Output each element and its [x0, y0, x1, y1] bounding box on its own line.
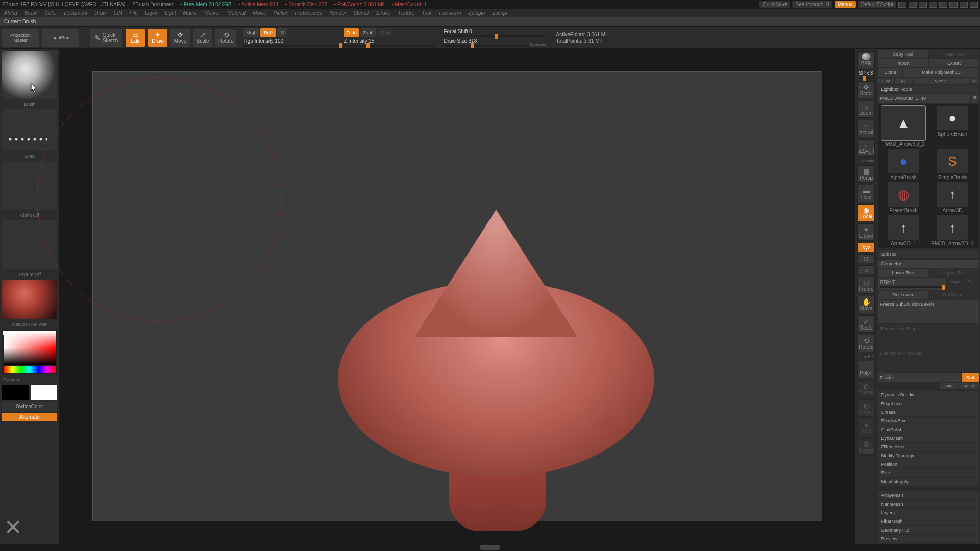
win-btn-2[interactable]	[909, 2, 917, 8]
tool-item-EraserBrush[interactable]: ◍EraserBrush	[880, 182, 927, 213]
color-picker[interactable]	[2, 330, 57, 374]
smt-button[interactable]: Smt	[962, 373, 979, 382]
footer-handle[interactable]	[480, 545, 500, 550]
rgb-button[interactable]: Rgb	[260, 28, 276, 37]
import-button[interactable]: Import	[878, 59, 928, 67]
lower-res-button[interactable]: Lower Res	[878, 269, 928, 277]
geometry-section[interactable]: Geometry	[878, 260, 979, 268]
goz-button[interactable]: GoZ	[878, 78, 894, 84]
draw-button[interactable]: ✦Draw	[148, 29, 167, 47]
minimize-button[interactable]	[949, 2, 958, 8]
dynamic-label[interactable]: Dynamic	[530, 42, 546, 47]
menus-button[interactable]: Menus	[835, 1, 856, 8]
section-preview[interactable]: Preview	[878, 535, 979, 543]
win-btn-1[interactable]	[898, 2, 906, 8]
export-button[interactable]: Export	[929, 59, 979, 67]
viewport[interactable]	[92, 71, 822, 521]
lsym-button[interactable]: ✦L.Sym	[857, 223, 875, 241]
menu-zscript[interactable]: Zscript	[490, 10, 509, 16]
menu-render[interactable]: Render	[328, 10, 349, 16]
menu-stroke[interactable]: Stroke	[374, 10, 393, 16]
zsub-button[interactable]: Zsub	[360, 28, 376, 37]
floor-button[interactable]: ▬Floor	[857, 185, 875, 202]
frame-button[interactable]: ⊡Frame	[857, 277, 875, 294]
divide-button[interactable]: Divide	[878, 373, 961, 382]
persp-button[interactable]: ▦Persp	[857, 165, 875, 183]
see-through-slider[interactable]: See-through 0	[792, 1, 832, 8]
mrgb-button[interactable]: Mrgb	[243, 28, 259, 37]
maximize-button[interactable]	[960, 2, 968, 8]
sdiv-slider[interactable]: SDiv 7	[878, 278, 946, 290]
menu-zplugin[interactable]: Zplugin	[467, 10, 487, 16]
rotate-rail-button[interactable]: ⟲Rotate	[857, 335, 875, 352]
projection-master-button[interactable]: Projection Master	[2, 29, 39, 47]
stroke-preview[interactable]	[2, 109, 57, 151]
m-button[interactable]: M	[277, 28, 287, 37]
section-meshintegrity[interactable]: MeshIntegrity	[878, 478, 979, 486]
tool-r-button[interactable]: R	[971, 94, 979, 103]
cage-button[interactable]: Cage	[947, 278, 963, 290]
menu-material[interactable]: Material	[226, 10, 248, 16]
menu-marker[interactable]: Marker	[202, 10, 222, 16]
tool-item-SphereBrush[interactable]: ●SphereBrush	[929, 106, 976, 147]
spix-slider[interactable]	[859, 77, 874, 79]
zoom-button[interactable]: ⌕Zoom	[857, 101, 875, 118]
xpose-button[interactable]: ⊞Xpose	[857, 438, 875, 456]
section-geometry-hd[interactable]: Geometry HD	[878, 526, 979, 534]
menu-alpha[interactable]: Alpha	[2, 10, 19, 16]
win-btn-5[interactable]	[939, 2, 947, 8]
tool-item-PM3D_Arrow3D_1[interactable]: ▲PM3D_Arrow3D_1	[880, 106, 927, 147]
section-claypolish[interactable]: ClayPolish	[878, 425, 979, 434]
copy-tool-button[interactable]: Copy Tool	[878, 50, 928, 58]
section-modify-topology[interactable]: Modify Topology	[878, 452, 979, 460]
menu-stencil[interactable]: Stencil	[351, 10, 371, 16]
section-crease[interactable]: Crease	[878, 408, 979, 416]
scroll-button[interactable]: ✥Scroll	[857, 81, 875, 98]
del-higher-button[interactable]: Del Higher	[929, 291, 979, 299]
menu-tool[interactable]: Tool	[420, 10, 433, 16]
goz-visible-button[interactable]: Visible	[913, 78, 969, 84]
section-layers[interactable]: Layers	[878, 509, 979, 517]
lightbox-tools-header[interactable]: Lightbox› Tools	[878, 85, 979, 93]
higher-res-button[interactable]: Higher Res	[929, 269, 979, 277]
win-btn-4[interactable]	[929, 2, 937, 8]
section-size[interactable]: Size	[878, 469, 979, 477]
aahalf-button[interactable]: ▫AAHalf	[857, 139, 875, 157]
tool-item-AlphaBrush[interactable]: ●AlphaBrush	[880, 149, 927, 180]
convert-bpr-button[interactable]: Convert BPR To Geo	[878, 349, 979, 372]
section-dynamesh[interactable]: DynaMesh	[878, 434, 979, 442]
lightbox-button[interactable]: LightBox	[42, 29, 79, 47]
section-nanomesh[interactable]: NanoMesh	[878, 500, 979, 508]
goz-r-button[interactable]: R	[970, 78, 979, 84]
zcut-button[interactable]: Zcut	[377, 28, 393, 37]
actual-button[interactable]: ▭Actual	[857, 120, 875, 137]
menu-transform[interactable]: Transform	[436, 10, 463, 16]
material-preview[interactable]	[2, 280, 57, 319]
close-button[interactable]	[970, 2, 978, 8]
tool-item-Arrow3D[interactable]: ↑Arrow3D	[929, 182, 976, 213]
tool-item-PM3D_Arrow3D_1[interactable]: ↑PM3D_Arrow3D_1	[929, 215, 976, 246]
unpivot-button[interactable]: ○	[857, 265, 875, 274]
subtool-section[interactable]: SubTool	[878, 250, 979, 258]
suv-button[interactable]: Suv	[940, 383, 958, 389]
section-dynamic-subdiv[interactable]: Dynamic Subdiv	[878, 391, 979, 399]
goz-all-button[interactable]: All	[895, 78, 912, 84]
rgb-intensity-slider[interactable]	[243, 45, 340, 47]
section-position[interactable]: Position	[878, 460, 979, 468]
bpr-button[interactable]: BPR	[857, 51, 875, 68]
menu-preferences[interactable]: Preferences	[293, 10, 325, 16]
ghost-button[interactable]: ◐Ghost	[857, 399, 875, 417]
scale-button[interactable]: ⤢Scale	[193, 29, 212, 47]
edit-button[interactable]: ▭Edit	[126, 29, 145, 47]
polyf-button[interactable]: ▦PolyF	[857, 361, 875, 378]
draw-size-slider[interactable]	[444, 45, 527, 47]
menu-draw[interactable]: Draw	[92, 10, 108, 16]
quicksave-button[interactable]: QuickSave	[760, 1, 790, 8]
tool-item-SimpleBrush[interactable]: SSimpleBrush	[929, 149, 976, 180]
quick-sketch-button[interactable]: ✎ Quick Sketch	[90, 29, 122, 47]
section-shadowbox[interactable]: ShadowBox	[878, 417, 979, 425]
section-edgeloop[interactable]: EdgeLoop	[878, 399, 979, 408]
section-fibermesh[interactable]: FiberMesh	[878, 517, 979, 525]
menu-layer[interactable]: Layer	[143, 10, 160, 16]
reconstruct-button[interactable]: Reconstruct Subdiv	[878, 324, 979, 348]
